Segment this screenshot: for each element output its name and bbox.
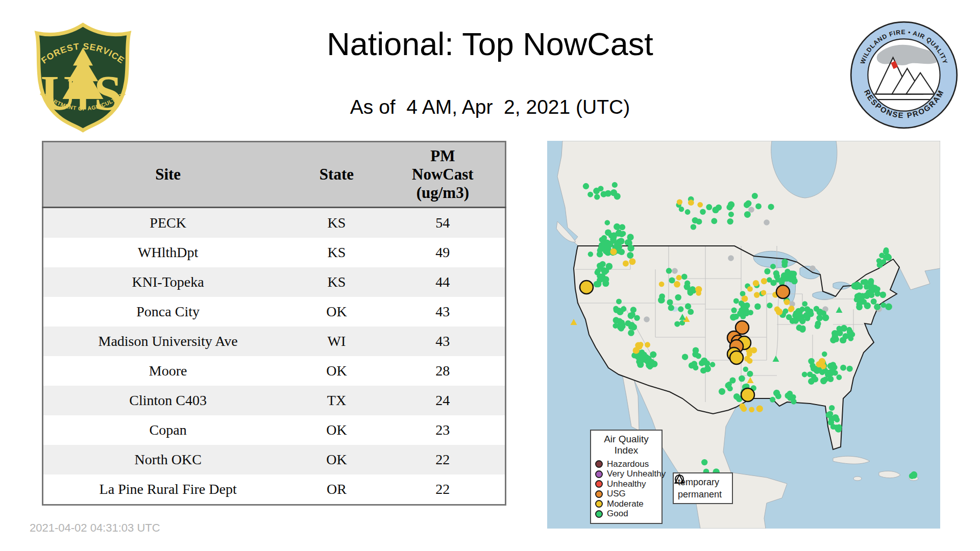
site-dot-moderate[interactable]: [629, 258, 635, 265]
site-dot-good[interactable]: [674, 321, 680, 327]
site-dot-good[interactable]: [744, 311, 749, 316]
site-dot-good[interactable]: [874, 304, 880, 310]
site-dot-nodata[interactable]: [810, 265, 816, 271]
site-dot-good[interactable]: [819, 369, 825, 375]
site-dot-good[interactable]: [667, 299, 673, 306]
site-dot-good[interactable]: [786, 314, 792, 320]
site-dot-good[interactable]: [700, 367, 706, 373]
site-dot-good[interactable]: [627, 245, 634, 252]
site-dot-moderate[interactable]: [623, 261, 629, 267]
site-dot-good[interactable]: [719, 388, 725, 395]
site-dot-moderate[interactable]: [739, 404, 745, 410]
site-dot-moderate[interactable]: [761, 278, 767, 284]
site-dot-good[interactable]: [788, 395, 793, 401]
top-site-marker[interactable]: Moore: [730, 351, 743, 364]
site-dot-nodata[interactable]: [728, 255, 734, 261]
site-dot-good[interactable]: [685, 303, 691, 309]
site-dot-good[interactable]: [744, 202, 750, 208]
site-dot-good[interactable]: [684, 281, 690, 286]
site-dot-moderate[interactable]: [674, 281, 680, 288]
site-dot-good[interactable]: [781, 259, 788, 265]
top-site-marker[interactable]: La Pine Rural Fire Dept: [580, 281, 593, 294]
site-dot-good[interactable]: [605, 220, 610, 225]
site-dot-good[interactable]: [601, 235, 607, 241]
site-dot-moderate[interactable]: [784, 299, 790, 305]
site-dot-good[interactable]: [807, 371, 813, 377]
site-dot-good[interactable]: [832, 335, 838, 341]
site-dot-good[interactable]: [827, 363, 834, 369]
site-dot-good[interactable]: [587, 192, 593, 197]
site-dot-good[interactable]: [864, 302, 871, 309]
site-dot-good[interactable]: [822, 352, 827, 357]
site-dot-good[interactable]: [881, 259, 887, 265]
site-dot-good[interactable]: [594, 194, 600, 199]
site-dot-nodata[interactable]: [644, 316, 650, 322]
site-dot-good[interactable]: [743, 366, 748, 371]
site-dot-good[interactable]: [773, 270, 779, 277]
site-dot-good[interactable]: [827, 411, 834, 417]
site-dot-good[interactable]: [668, 305, 674, 311]
site-dot-good[interactable]: [840, 337, 846, 343]
site-dot-good[interactable]: [731, 308, 737, 313]
site-dot-moderate[interactable]: [676, 275, 682, 281]
site-dot-good[interactable]: [829, 405, 835, 411]
site-dot-good[interactable]: [879, 291, 886, 298]
site-dot-good[interactable]: [628, 312, 634, 319]
site-dot-good[interactable]: [854, 293, 861, 300]
site-dot-good[interactable]: [885, 303, 892, 310]
site-dot-good[interactable]: [879, 253, 885, 258]
site-dot-good[interactable]: [606, 263, 613, 270]
site-dot-good[interactable]: [701, 459, 707, 465]
site-dot-good[interactable]: [612, 182, 618, 188]
site-dot-nodata[interactable]: [764, 219, 770, 226]
site-dot-good[interactable]: [728, 212, 734, 217]
site-dot-moderate[interactable]: [756, 406, 763, 412]
site-dot-good[interactable]: [669, 277, 675, 283]
site-dot-good[interactable]: [675, 294, 681, 300]
site-dot-good[interactable]: [840, 365, 846, 371]
site-dot-moderate[interactable]: [610, 248, 617, 255]
site-dot-good[interactable]: [588, 252, 593, 257]
site-dot-good[interactable]: [619, 319, 625, 325]
site-dot-moderate[interactable]: [761, 290, 767, 295]
site-dot-good[interactable]: [616, 242, 622, 247]
site-dot-nodata[interactable]: [672, 268, 678, 274]
site-dot-good[interactable]: [601, 191, 607, 197]
site-dot-good[interactable]: [737, 310, 744, 317]
site-dot-moderate[interactable]: [659, 282, 665, 287]
site-dot-good[interactable]: [764, 268, 770, 274]
site-dot-good[interactable]: [616, 298, 622, 304]
site-dot-good[interactable]: [583, 183, 589, 189]
site-dot-good[interactable]: [768, 204, 774, 210]
site-dot-good[interactable]: [595, 268, 601, 274]
site-dot-good[interactable]: [847, 366, 853, 372]
site-dot-good[interactable]: [597, 263, 603, 269]
site-dot-good[interactable]: [767, 303, 772, 308]
site-dot-good[interactable]: [739, 375, 745, 382]
site-dot-good[interactable]: [728, 202, 734, 208]
site-dot-good[interactable]: [726, 382, 731, 387]
site-dot-moderate[interactable]: [753, 280, 759, 286]
site-dot-good[interactable]: [594, 281, 600, 288]
site-dot-good[interactable]: [627, 252, 633, 259]
site-dot-moderate[interactable]: [742, 295, 748, 302]
site-dot-good[interactable]: [613, 306, 619, 312]
site-dot-good[interactable]: [696, 353, 701, 359]
site-dot-good[interactable]: [598, 277, 604, 283]
site-dot-good[interactable]: [834, 424, 839, 430]
site-dot-good[interactable]: [744, 211, 751, 218]
site-dot-good[interactable]: [614, 193, 621, 199]
site-dot-good[interactable]: [619, 231, 625, 237]
site-dot-good[interactable]: [682, 354, 688, 360]
site-dot-good[interactable]: [681, 274, 688, 280]
site-dot-moderate[interactable]: [788, 307, 794, 312]
site-dot-good[interactable]: [788, 276, 794, 282]
site-dot-good[interactable]: [628, 330, 634, 336]
site-dot-good[interactable]: [727, 218, 733, 224]
site-dot-good[interactable]: [816, 315, 823, 321]
site-dot-good[interactable]: [803, 312, 810, 318]
site-dot-good[interactable]: [811, 365, 817, 371]
site-dot-good[interactable]: [593, 188, 600, 194]
site-dot-good[interactable]: [885, 254, 892, 261]
site-dot-good[interactable]: [802, 372, 807, 378]
